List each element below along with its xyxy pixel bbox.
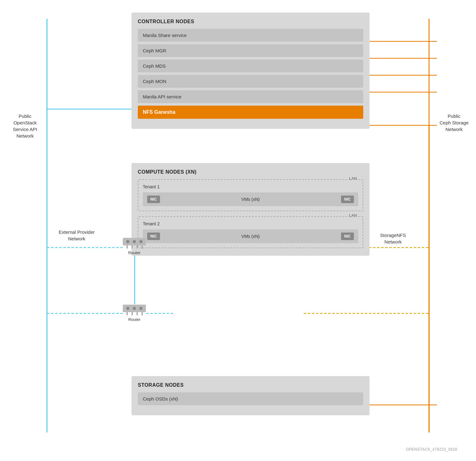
storage-nfs-network-label: StorageNFS Network bbox=[373, 232, 413, 245]
svg-rect-38 bbox=[132, 312, 133, 315]
svg-point-27 bbox=[133, 240, 136, 243]
tenant-1-lan-label: LAN bbox=[348, 176, 358, 181]
tenant-1-nic-right: NIC bbox=[341, 196, 354, 203]
tenant-1-label: Tenant 1 bbox=[143, 184, 358, 189]
tenant-1-vms: VMs (xN) bbox=[163, 197, 338, 202]
svg-rect-40 bbox=[142, 312, 143, 315]
tenant-2-box: LAN Tenant 2 NIC VMs (xN) NIC bbox=[138, 216, 363, 248]
tenant-2-vms: VMs (xN) bbox=[163, 234, 338, 239]
svg-rect-31 bbox=[137, 245, 138, 249]
router-1-label: Router bbox=[128, 250, 140, 255]
router-2-area: Router bbox=[122, 303, 147, 322]
svg-rect-39 bbox=[137, 312, 138, 315]
tenant-2-nic-right: NIC bbox=[341, 233, 354, 240]
svg-point-28 bbox=[139, 240, 142, 243]
svg-rect-30 bbox=[132, 245, 133, 249]
tenant-2-inner: NIC VMs (xN) NIC bbox=[143, 229, 358, 243]
tenant-1-nic-left: NIC bbox=[147, 196, 160, 203]
tenant-1-inner: NIC VMs (xN) NIC bbox=[143, 192, 358, 206]
compute-nodes-box: COMPUTE NODES (xN) LAN Tenant 1 NIC VMs … bbox=[132, 163, 370, 256]
service-ceph-mgr: Ceph MGR bbox=[138, 44, 363, 57]
router-1-icon: Router bbox=[122, 237, 147, 255]
svg-rect-32 bbox=[142, 245, 143, 249]
svg-point-35 bbox=[133, 307, 136, 310]
service-nfs-ganesha: NFS Ganesha bbox=[138, 106, 363, 119]
storage-nodes-box: STORAGE NODES Ceph OSDs (xN) bbox=[132, 376, 370, 415]
service-ceph-osds: Ceph OSDs (xN) bbox=[138, 392, 363, 405]
svg-point-34 bbox=[126, 307, 129, 310]
svg-rect-37 bbox=[127, 312, 128, 315]
svg-point-36 bbox=[139, 307, 142, 310]
external-provider-network-label: External Provider Network bbox=[55, 229, 99, 242]
svg-point-26 bbox=[126, 240, 129, 243]
router-1-area: Router bbox=[122, 237, 147, 255]
left-network-label: Public OpenStack Service API Network bbox=[9, 113, 41, 139]
router-1-svg bbox=[122, 237, 147, 249]
storage-nodes-title: STORAGE NODES bbox=[138, 382, 363, 388]
watermark: OPENSTACK_476233_0818 bbox=[406, 447, 457, 452]
service-manila-api: Manila API service bbox=[138, 90, 363, 103]
service-ceph-mds: Ceph MDS bbox=[138, 60, 363, 72]
service-manila-share: Manila Share service bbox=[138, 29, 363, 42]
tenant-1-box: LAN Tenant 1 NIC VMs (xN) NIC bbox=[138, 179, 363, 211]
service-ceph-mon: Ceph MON bbox=[138, 75, 363, 88]
controller-nodes-box: CONTROLLER NODES Manila Share service Ce… bbox=[132, 13, 370, 129]
svg-rect-29 bbox=[127, 245, 128, 249]
tenant-2-label: Tenant 2 bbox=[143, 221, 358, 226]
router-2-icon: Router bbox=[122, 303, 147, 322]
controller-nodes-title: CONTROLLER NODES bbox=[138, 19, 363, 24]
tenant-2-nic-left: NIC bbox=[147, 233, 160, 240]
router-2-svg bbox=[122, 303, 147, 316]
compute-nodes-title: COMPUTE NODES (xN) bbox=[138, 169, 363, 175]
diagram-container: Public OpenStack Service API Network Pub… bbox=[0, 0, 476, 461]
router-2-label: Router bbox=[128, 317, 140, 322]
right-network-label: Public Ceph Storage Network bbox=[435, 113, 473, 133]
tenant-2-lan-label: LAN bbox=[348, 213, 358, 218]
